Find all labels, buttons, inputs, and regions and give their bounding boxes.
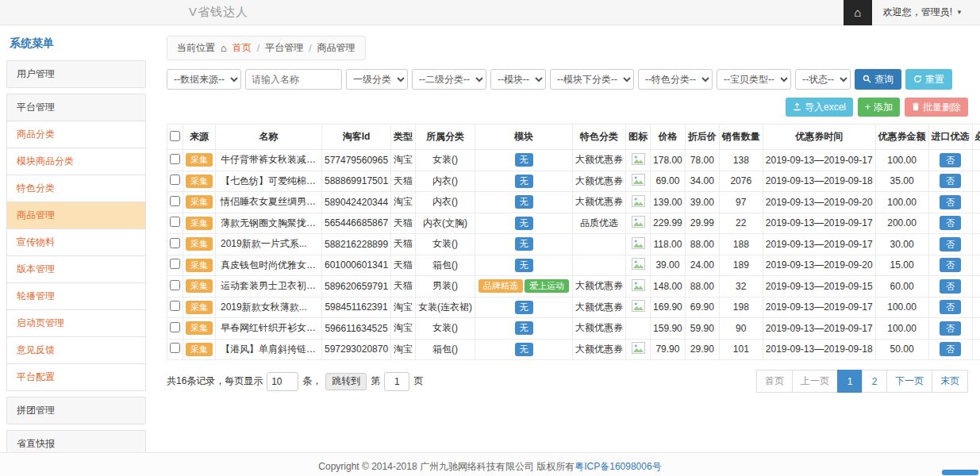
- user-menu[interactable]: 欢迎您，管理员! ▼: [883, 6, 963, 19]
- data-source-select[interactable]: --数据来源--: [167, 69, 241, 90]
- sidebar-item-启动页管理[interactable]: 启动页管理: [6, 309, 146, 337]
- coupon-amount: 60.00: [875, 276, 928, 298]
- search-button[interactable]: 查询: [855, 69, 901, 90]
- icon-cell: [626, 318, 651, 340]
- feature-category: 大额优惠券: [573, 150, 626, 171]
- module-cell: 无: [475, 318, 573, 340]
- source-badge: 采集: [186, 195, 213, 209]
- breadcrumb-home-link[interactable]: 首页: [233, 41, 252, 55]
- item-type-select[interactable]: --宝贝类型--: [717, 69, 791, 90]
- sidebar-item-特色分类[interactable]: 特色分类: [6, 175, 146, 202]
- jump-page-input[interactable]: [384, 372, 409, 391]
- import-select-toggle[interactable]: 否: [940, 174, 961, 188]
- import-select-toggle[interactable]: 否: [940, 279, 961, 294]
- product-type: 淘宝: [391, 318, 416, 340]
- import-select-toggle[interactable]: 否: [940, 153, 961, 167]
- sidebar-item-用户管理[interactable]: 用户管理: [6, 60, 146, 88]
- module-cell: 无: [475, 297, 573, 318]
- import-select-toggle[interactable]: 否: [940, 237, 961, 251]
- row-select-cell: [167, 213, 183, 234]
- page-size-input[interactable]: [267, 372, 298, 391]
- coupon-time: 2019-09-13—2019-09-18: [763, 171, 875, 192]
- page-prefix-text: 第: [371, 374, 380, 388]
- sidebar-item-版本管理[interactable]: 版本管理: [6, 255, 146, 283]
- import-select-toggle[interactable]: 否: [940, 342, 961, 356]
- sidebar: 系统菜单 用户管理平台管理商品分类模块商品分类特色分类商品管理宣传物料版本管理轮…: [0, 25, 152, 452]
- source-cell: 采集: [183, 297, 216, 318]
- name-search-input[interactable]: [245, 69, 342, 90]
- row-checkbox[interactable]: [170, 175, 180, 185]
- sidebar-item-平台管理[interactable]: 平台管理: [6, 94, 146, 121]
- must-buy-cell: 否: [972, 192, 980, 213]
- level1-category-select[interactable]: 一级分类: [346, 69, 408, 90]
- sidebar-item-宣传物料[interactable]: 宣传物料: [6, 228, 146, 256]
- coupon-amount: 50.00: [875, 339, 928, 360]
- breadcrumb-item-platform[interactable]: 平台管理: [265, 41, 303, 55]
- row-select-cell: [167, 192, 183, 213]
- import-select-toggle[interactable]: 否: [940, 216, 961, 230]
- select-all-checkbox[interactable]: [170, 131, 180, 141]
- table-row: 采集【七色纺】可爱纯棉家...588869917501天猫内衣()无大额优惠券6…: [167, 171, 980, 192]
- scrollbar-thumb[interactable]: [942, 470, 978, 475]
- sidebar-item-意见反馈[interactable]: 意见反馈: [6, 336, 146, 364]
- import-select-toggle[interactable]: 否: [940, 321, 961, 336]
- feature-category: [573, 234, 626, 255]
- product-image-icon: [632, 219, 645, 230]
- product-type: 天猫: [391, 171, 416, 192]
- page-button-末页[interactable]: 末页: [932, 370, 968, 393]
- module-select[interactable]: --模块--: [490, 69, 546, 90]
- page-button-2[interactable]: 2: [862, 370, 887, 393]
- feature-category: 品质优选: [573, 213, 626, 234]
- row-checkbox[interactable]: [170, 343, 180, 353]
- source-cell: 采集: [183, 276, 216, 298]
- page-button-上一页[interactable]: 上一页: [792, 370, 838, 393]
- row-checkbox[interactable]: [170, 217, 180, 227]
- column-header: 优惠券时间: [763, 125, 875, 150]
- welcome-text: 欢迎您，管理员!: [883, 6, 952, 19]
- product-category: 女装(): [416, 150, 475, 171]
- import-excel-button[interactable]: 导入excel: [786, 98, 853, 117]
- row-checkbox[interactable]: [170, 196, 180, 206]
- icp-link[interactable]: 粤ICP备16098006号: [575, 461, 661, 472]
- sidebar-title: 系统菜单: [10, 36, 143, 51]
- sidebar-item-拼团管理[interactable]: 拼团管理: [6, 397, 146, 424]
- module-badge: 无: [515, 195, 533, 209]
- reset-button[interactable]: 重置: [905, 69, 952, 90]
- taoke-id: 596611634525: [322, 318, 391, 340]
- import-select-toggle[interactable]: 否: [940, 300, 961, 314]
- sidebar-item-轮播管理[interactable]: 轮播管理: [6, 282, 146, 310]
- sidebar-item-省直快报[interactable]: 省直快报: [6, 430, 146, 452]
- sidebar-item-商品管理[interactable]: 商品管理: [6, 202, 146, 229]
- icon-cell: [626, 255, 651, 276]
- sidebar-item-商品分类[interactable]: 商品分类: [6, 121, 146, 148]
- import-select-toggle[interactable]: 否: [940, 258, 961, 272]
- import-select-toggle[interactable]: 否: [940, 195, 961, 209]
- home-button[interactable]: ⌂: [844, 0, 872, 25]
- sales-count: 97: [719, 192, 763, 213]
- status-select[interactable]: --状态--: [795, 69, 851, 90]
- level2-category-select[interactable]: --二级分类--: [412, 69, 486, 90]
- jump-button[interactable]: 跳转到: [325, 373, 367, 390]
- module-badge: 爱上运动: [525, 279, 569, 293]
- sidebar-item-模块商品分类[interactable]: 模块商品分类: [6, 148, 146, 175]
- sidebar-item-平台配置[interactable]: 平台配置: [6, 363, 146, 391]
- page-button-首页[interactable]: 首页: [756, 370, 793, 393]
- discount-price: 88.00: [685, 276, 719, 298]
- row-checkbox[interactable]: [170, 322, 180, 332]
- add-button[interactable]: + 添加: [858, 98, 900, 117]
- filter-bar: --数据来源--一级分类--二级分类----模块----模块下分类----特色分…: [167, 69, 968, 90]
- row-checkbox[interactable]: [170, 238, 180, 248]
- feature-category-select[interactable]: --特色分类--: [638, 69, 713, 90]
- products-table: 来源名称淘客Id类型所属分类模块特色分类图标价格折后价销售数量优惠券时间优惠券金…: [167, 124, 980, 360]
- module-subcategory-select[interactable]: --模块下分类--: [550, 69, 634, 90]
- breadcrumb: 当前位置 ⌂ 首页 / 平台管理 / 商品管理: [167, 36, 366, 60]
- row-checkbox[interactable]: [170, 259, 180, 269]
- page-button-1[interactable]: 1: [837, 370, 863, 393]
- icon-cell: [626, 213, 651, 234]
- batch-delete-button[interactable]: 批量删除: [905, 98, 968, 117]
- page-button-下一页[interactable]: 下一页: [886, 370, 932, 393]
- row-checkbox[interactable]: [170, 301, 180, 311]
- row-checkbox[interactable]: [170, 154, 180, 164]
- page-buttons: 首页上一页12下一页末页: [757, 370, 968, 393]
- row-checkbox[interactable]: [170, 280, 180, 290]
